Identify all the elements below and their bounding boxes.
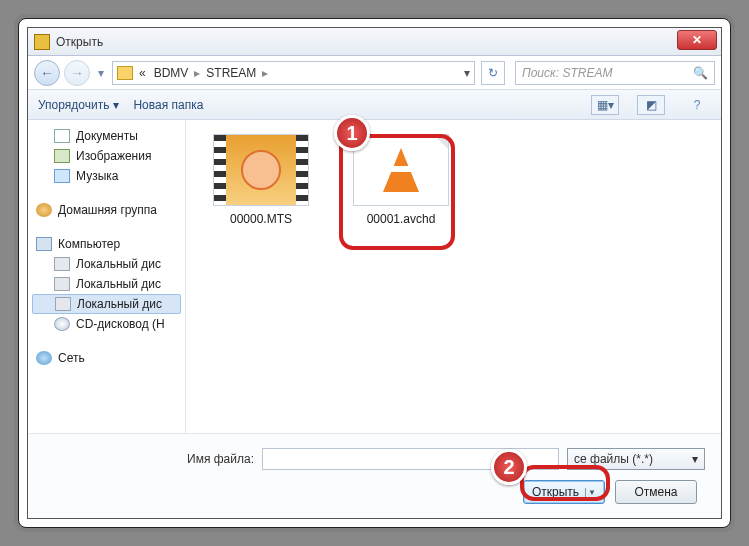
tree-network[interactable]: Сеть	[32, 348, 181, 368]
tree-documents[interactable]: Документы	[32, 126, 181, 146]
file-label: 00001.avchd	[367, 212, 436, 226]
dialog-body: Документы Изображения Музыка Домашняя гр…	[28, 120, 721, 433]
back-button[interactable]: ←	[34, 60, 60, 86]
file-item-mts[interactable]: 00000.MTS	[206, 134, 316, 226]
split-chevron-icon: │▼	[583, 488, 596, 497]
filename-label: Имя файла:	[44, 452, 254, 466]
refresh-button[interactable]: ↻	[481, 61, 505, 85]
annotation-badge-1: 1	[334, 115, 370, 151]
cd-icon	[54, 317, 70, 331]
window-title: Открыть	[56, 35, 103, 49]
video-thumbnail	[213, 134, 309, 206]
file-label: 00000.MTS	[230, 212, 292, 226]
vlc-cone-icon	[383, 148, 419, 192]
images-icon	[54, 149, 70, 163]
cancel-button[interactable]: Отмена	[615, 480, 697, 504]
folder-icon	[117, 66, 133, 80]
tree-computer[interactable]: Компьютер	[32, 234, 181, 254]
address-dropdown[interactable]: ▾	[464, 66, 470, 80]
music-icon	[54, 169, 70, 183]
nav-bar: ← → ▾ « BDMV ▸ STREAM ▸ ▾ ↻ Поиск: STREA…	[28, 56, 721, 90]
tree-cd[interactable]: CD-дисковод (H	[32, 314, 181, 334]
breadcrumb-bdmv[interactable]: BDMV	[152, 66, 191, 80]
tree-images[interactable]: Изображения	[32, 146, 181, 166]
tree-drive-1[interactable]: Локальный дис	[32, 254, 181, 274]
computer-icon	[36, 237, 52, 251]
filetype-combo[interactable]: се файлы (*.*)	[567, 448, 705, 470]
view-mode-button[interactable]: ▦▾	[591, 95, 619, 115]
tree-homegroup[interactable]: Домашняя группа	[32, 200, 181, 220]
chevron-down-icon: ▾	[113, 98, 119, 112]
history-dropdown[interactable]: ▾	[94, 60, 108, 86]
address-bar[interactable]: « BDMV ▸ STREAM ▸ ▾	[112, 61, 475, 85]
help-button[interactable]: ?	[683, 95, 711, 115]
breadcrumb-separator: ▸	[262, 66, 268, 80]
breadcrumb-stream[interactable]: STREAM	[204, 66, 258, 80]
drive-icon	[54, 277, 70, 291]
forward-button[interactable]: →	[64, 60, 90, 86]
close-button[interactable]: ✕	[677, 30, 717, 50]
network-icon	[36, 351, 52, 365]
breadcrumb-separator: ▸	[194, 66, 200, 80]
tree-drive-2[interactable]: Локальный дис	[32, 274, 181, 294]
breadcrumb-prev[interactable]: «	[137, 66, 148, 80]
file-item-avchd[interactable]: 00001.avchd	[346, 134, 456, 226]
drive-icon	[55, 297, 71, 311]
open-file-dialog: Открыть ✕ ← → ▾ « BDMV ▸ STREAM ▸ ▾ ↻ По…	[27, 27, 722, 519]
vlc-thumbnail	[353, 134, 449, 206]
navigation-tree[interactable]: Документы Изображения Музыка Домашняя гр…	[28, 120, 186, 433]
document-icon	[54, 129, 70, 143]
organize-button[interactable]: Упорядочить ▾	[38, 98, 119, 112]
bottom-panel: Имя файла: се файлы (*.*) Открыть│▼ Отме…	[28, 433, 721, 518]
annotation-badge-2: 2	[491, 449, 527, 485]
preview-pane-button[interactable]: ◩	[637, 95, 665, 115]
search-placeholder: Поиск: STREAM	[522, 66, 612, 80]
app-icon	[34, 34, 50, 50]
tree-drive-3[interactable]: Локальный дис	[32, 294, 181, 314]
new-folder-button[interactable]: Новая папка	[133, 98, 203, 112]
homegroup-icon	[36, 203, 52, 217]
toolbar: Упорядочить ▾ Новая папка ▦▾ ◩ ?	[28, 90, 721, 120]
search-icon: 🔍	[693, 66, 708, 80]
open-button[interactable]: Открыть│▼	[523, 480, 605, 504]
search-input[interactable]: Поиск: STREAM 🔍	[515, 61, 715, 85]
titlebar[interactable]: Открыть ✕	[28, 28, 721, 56]
tree-music[interactable]: Музыка	[32, 166, 181, 186]
drive-icon	[54, 257, 70, 271]
annotation-frame: Открыть ✕ ← → ▾ « BDMV ▸ STREAM ▸ ▾ ↻ По…	[18, 18, 731, 528]
file-list[interactable]: 00000.MTS 00001.avchd	[186, 120, 721, 433]
